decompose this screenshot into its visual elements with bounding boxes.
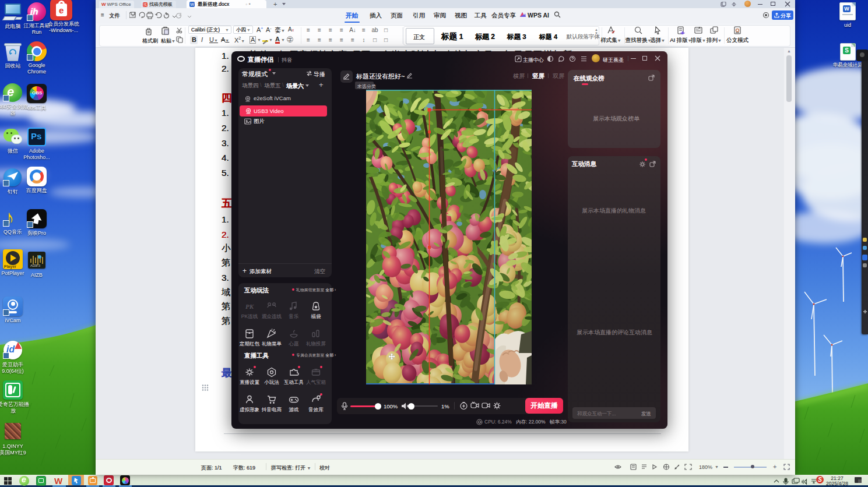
svg-text:PK: PK xyxy=(245,303,254,310)
